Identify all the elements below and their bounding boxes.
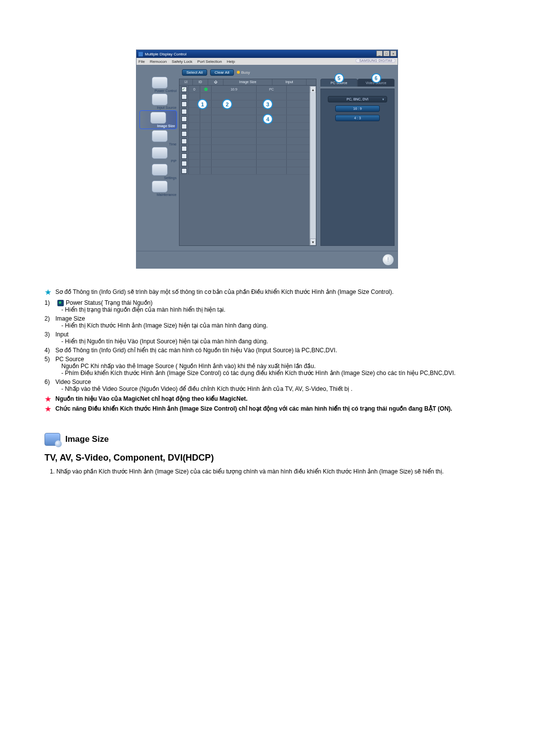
grid-scrollbar[interactable]: ▲ ▼	[310, 86, 316, 245]
menu-remocon[interactable]: Remocon	[150, 59, 167, 64]
row-checkbox[interactable]	[179, 160, 189, 167]
notes-block: ★Sơ đồ Thông tin (Info Grid) sẽ trình bà…	[44, 288, 490, 475]
col-check: ☑	[179, 79, 193, 85]
table-row[interactable]	[179, 130, 316, 138]
callout-2: 2	[222, 99, 232, 109]
callout-6: 6	[371, 73, 381, 83]
menu-file[interactable]: File	[138, 59, 145, 64]
option-16-9[interactable]: 16 : 9	[335, 105, 380, 112]
note-1-sub: - Hiển thị trạng thái nguồn điện của màn…	[55, 306, 490, 313]
close-button[interactable]: ×	[390, 50, 397, 56]
time-icon	[152, 130, 168, 142]
menu-safety-lock[interactable]: Safety Lock	[172, 59, 192, 64]
tab-pc-source[interactable]: 5 PC Source	[320, 79, 357, 87]
power-on-icon	[204, 88, 208, 91]
info-grid: ☑ ID ⏻ Image Size Input 0 16:9 PC	[179, 79, 316, 246]
source-dropdown[interactable]: PC, BNC, DVI▼	[328, 96, 387, 102]
row-checkbox[interactable]	[179, 152, 189, 159]
sidebar-item-maintenance[interactable]: Maintenance	[142, 181, 177, 196]
row-checkbox[interactable]	[179, 130, 189, 137]
sidebar-item-power-control[interactable]: Power Control	[142, 77, 177, 93]
table-row[interactable]	[179, 145, 316, 152]
row-checkbox[interactable]	[179, 115, 189, 122]
row-id: 0	[189, 86, 200, 93]
minimize-button[interactable]: _	[376, 50, 383, 56]
table-row[interactable]	[179, 123, 316, 130]
table-row[interactable]	[179, 115, 316, 123]
intro-text: Sơ đồ Thông tin (Info Grid) sẽ trình bày…	[55, 288, 394, 295]
col-id: ID	[193, 79, 208, 85]
sidebar-item-input-source[interactable]: Input Source	[142, 94, 177, 109]
image-size-section-icon	[44, 433, 60, 446]
note-6-head: Video Source	[55, 378, 91, 385]
tab-video-source[interactable]: 6 Video Source	[357, 79, 395, 87]
row-checkbox[interactable]	[179, 100, 189, 107]
chevron-down-icon: ▼	[382, 98, 385, 101]
sidebar-item-settings[interactable]: Settings	[142, 164, 177, 180]
info-icon[interactable]: !	[383, 254, 394, 265]
sidebar: Power Control Input Source Image Size Ti…	[139, 68, 177, 246]
table-row[interactable]	[179, 138, 316, 145]
note-num: 3)	[44, 331, 53, 338]
sidebar-item-pip[interactable]: PIP	[142, 147, 177, 163]
input-icon	[152, 94, 168, 105]
col-input: Input	[272, 79, 307, 85]
pip-icon	[152, 147, 168, 159]
table-row[interactable]	[179, 152, 316, 160]
row-checkbox[interactable]	[179, 167, 189, 174]
row-checkbox[interactable]	[179, 93, 189, 100]
star-icon: ★	[44, 405, 51, 413]
scroll-down-icon[interactable]: ▼	[310, 238, 316, 245]
menu-port-selection[interactable]: Port Selection	[197, 59, 222, 64]
note-num: 1)	[44, 299, 53, 306]
note-num: 2)	[44, 315, 53, 322]
row-size: 16:9	[212, 86, 257, 93]
note-num: 5)	[44, 356, 53, 363]
option-4-3[interactable]: 4 : 3	[335, 115, 380, 121]
status-footer: !	[136, 251, 398, 268]
note-3-head: Input	[55, 331, 69, 338]
callout-5: 5	[334, 73, 344, 83]
row-checkbox[interactable]	[179, 108, 189, 115]
window-title: Multiple Display Control	[145, 52, 186, 56]
row-checkbox[interactable]	[179, 145, 189, 152]
star-note-1: Nguồn tín hiệu Vào của MagicNet chỉ hoạt…	[55, 395, 248, 402]
window-buttons: _ □ ×	[376, 50, 397, 56]
callout-1: 1	[197, 99, 208, 109]
maintenance-icon	[152, 181, 168, 192]
star-icon: ★	[44, 288, 51, 296]
table-row[interactable]: 0 16:9 PC	[179, 86, 316, 93]
row-checkbox[interactable]	[179, 86, 189, 93]
source-panel: PC, BNC, DVI▼ 16 : 9 4 : 3	[320, 89, 395, 246]
table-row[interactable]	[179, 160, 316, 167]
note-num: 6)	[44, 378, 53, 385]
app-icon	[138, 52, 143, 56]
brand-label: SAMSUNG DIGITAll	[356, 58, 396, 63]
busy-indicator: Busy	[237, 70, 250, 75]
note-6-sub: - Nhấp vào thẻ Video Source (Nguồn Video…	[55, 385, 490, 392]
sidebar-item-time[interactable]: Time	[142, 130, 177, 146]
table-row[interactable]	[179, 108, 316, 115]
row-power	[200, 86, 212, 93]
callout-4: 4	[263, 114, 273, 124]
section-subtitle: TV, AV, S-Video, Component, DVI(HDCP)	[44, 453, 490, 463]
callout-3: 3	[263, 99, 273, 109]
scroll-track[interactable]	[311, 92, 315, 239]
power-icon	[152, 77, 168, 89]
menu-help[interactable]: Help	[227, 59, 235, 64]
menu-bar: File Remocon Safety Lock Port Selection …	[136, 58, 398, 65]
maximize-button[interactable]: □	[383, 50, 390, 56]
row-checkbox[interactable]	[179, 123, 189, 130]
section-header: Image Size	[44, 433, 490, 446]
table-row[interactable]	[179, 167, 316, 175]
col-power: ⏻	[208, 79, 223, 85]
note-1-head: Power Status( Trạng thái Nguồn)	[66, 299, 152, 306]
note-3-sub: - Hiển thị Nguồn tín hiệu Vào (Input Sou…	[55, 338, 490, 345]
clear-all-button[interactable]: Clear All	[210, 69, 234, 76]
list-item: Nhấp vào phần Kích thước Hình ảnh (Image…	[56, 468, 490, 475]
sidebar-item-image-size[interactable]: Image Size	[139, 110, 177, 129]
select-all-button[interactable]: Select All	[182, 69, 207, 76]
row-checkbox[interactable]	[179, 138, 189, 144]
note-5-head: PC Source	[55, 356, 84, 363]
col-image-size: Image Size	[223, 79, 272, 85]
